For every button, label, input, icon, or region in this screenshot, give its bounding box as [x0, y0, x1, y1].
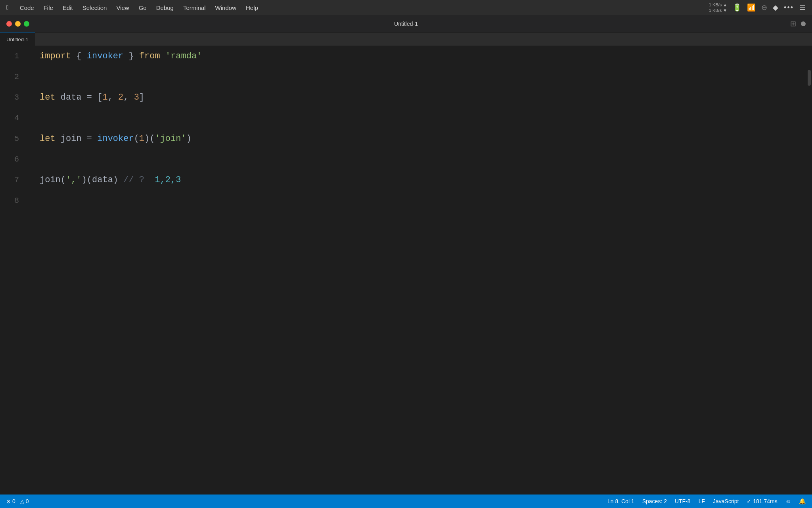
code-line-3: let data = [ 1 , 2 , 3 ] — [40, 87, 806, 108]
fn-invoker: invoker — [87, 46, 123, 67]
error-count[interactable]: ⊗ 0 △ 0 — [6, 498, 29, 504]
code-line-6 — [40, 149, 806, 170]
close-button[interactable] — [6, 21, 12, 27]
scrollbar-track[interactable] — [806, 46, 812, 211]
settings-dot-icon[interactable] — [801, 21, 806, 26]
menu-view[interactable]: View — [112, 4, 133, 12]
minimize-button[interactable] — [15, 21, 21, 27]
kw-let-3: let — [40, 87, 56, 108]
network-speed: 1 KB/s ▲1 KB/s ▼ — [709, 2, 727, 13]
result-value: 1,2,3 — [155, 170, 181, 190]
menubar:  Code File Edit Selection View Go Debug… — [0, 0, 812, 15]
statusbar: ⊗ 0 △ 0 Ln 8, Col 1 Spaces: 2 UTF-8 LF J… — [0, 495, 812, 508]
code-content[interactable]: import { invoker } from 'ramda' let data… — [32, 46, 806, 211]
error-number: 0 — [12, 498, 15, 504]
line-num-8: 8 — [8, 190, 19, 211]
bell-icon[interactable]: 🔔 — [799, 498, 806, 504]
scrollbar-thumb[interactable] — [808, 70, 811, 86]
status-left: ⊗ 0 △ 0 — [6, 498, 29, 504]
code-line-2 — [40, 67, 806, 87]
kw-from: from — [139, 46, 160, 67]
menu-code[interactable]: Code — [16, 4, 38, 12]
line-num-2: 2 — [8, 67, 19, 87]
tab-label: Untitled-1 — [6, 37, 29, 42]
menu-file[interactable]: File — [40, 4, 57, 12]
line-num-6: 6 — [8, 149, 19, 170]
fn-invoker-2: invoker — [97, 129, 134, 149]
menu-selection[interactable]: Selection — [79, 4, 111, 12]
menu-go[interactable]: Go — [135, 4, 151, 12]
wifi-icon: 📶 — [747, 3, 756, 12]
status-right: Ln 8, Col 1 Spaces: 2 UTF-8 LF JavaScrip… — [607, 498, 806, 504]
editor[interactable]: 1 2 3 4 5 6 7 8 import { invoker } from … — [0, 46, 812, 211]
smiley-icon[interactable]: ☺ — [785, 498, 791, 504]
var-data: data — [61, 87, 82, 108]
num-1: 1 — [102, 87, 107, 108]
eol[interactable]: LF — [699, 498, 705, 504]
more-icon: ••• — [784, 4, 794, 12]
menu-help[interactable]: Help — [242, 4, 262, 12]
menu-terminal[interactable]: Terminal — [179, 4, 210, 12]
menu-window[interactable]: Window — [211, 4, 240, 12]
split-editor-icon[interactable]: ⊞ — [790, 19, 796, 28]
var-data-call: data — [92, 170, 113, 190]
menu-items: Code File Edit Selection View Go Debug T… — [16, 4, 709, 12]
line-num-3: 3 — [8, 87, 19, 108]
line-numbers: 1 2 3 4 5 6 7 8 — [0, 46, 24, 211]
timing: ✓ 181.74ms — [747, 498, 777, 504]
warning-icon: △ — [20, 498, 24, 504]
battery-icon: 🔋 — [733, 3, 741, 12]
line-num-4: 4 — [8, 108, 19, 129]
num-3: 3 — [134, 87, 139, 108]
line-num-1: 1 — [8, 46, 19, 67]
language-mode[interactable]: JavaScript — [713, 498, 739, 504]
maximize-button[interactable] — [24, 21, 29, 27]
apple-logo:  — [6, 4, 9, 11]
menu-debug[interactable]: Debug — [152, 4, 178, 12]
var-join-call: join — [40, 170, 61, 190]
warning-number: 0 — [26, 498, 29, 504]
str-ramda: 'ramda' — [165, 46, 202, 67]
var-join: join — [61, 129, 82, 149]
kw-import: import — [40, 46, 71, 67]
menu-edit[interactable]: Edit — [59, 4, 77, 12]
cursor-position[interactable]: Ln 8, Col 1 — [607, 498, 634, 504]
code-line-4 — [40, 108, 806, 129]
encoding[interactable]: UTF-8 — [675, 498, 691, 504]
window-title: Untitled-1 — [394, 21, 418, 27]
error-icon: ⊗ — [6, 498, 11, 504]
indentation[interactable]: Spaces: 2 — [642, 498, 667, 504]
list-icon: ☰ — [799, 3, 806, 12]
str-comma: ',' — [66, 170, 82, 190]
line-num-7: 7 — [8, 170, 19, 190]
tabbar: Untitled-1 — [0, 33, 812, 46]
num-1b: 1 — [139, 129, 144, 149]
traffic-lights — [6, 21, 29, 27]
menu-right-icons: 1 KB/s ▲1 KB/s ▼ 🔋 📶 ⊖ ◆ ••• ☰ — [709, 2, 806, 13]
titlebar-right: ⊞ — [790, 19, 806, 28]
code-line-5: let join = invoker ( 1 )( 'join' ) — [40, 129, 806, 149]
extension-icon: ◆ — [773, 3, 778, 12]
num-2: 2 — [118, 87, 123, 108]
comment-q: // ? — [123, 170, 155, 190]
kw-let-5: let — [40, 129, 56, 149]
code-line-8 — [40, 190, 806, 211]
code-line-7: join ( ',' )( data ) // ? 1,2,3 — [40, 170, 806, 190]
lock-icon: ⊖ — [761, 3, 767, 12]
code-line-1: import { invoker } from 'ramda' — [40, 46, 806, 67]
titlebar: Untitled-1 ⊞ — [0, 15, 812, 33]
line-num-5: 5 — [8, 129, 19, 149]
str-join: 'join' — [155, 129, 186, 149]
